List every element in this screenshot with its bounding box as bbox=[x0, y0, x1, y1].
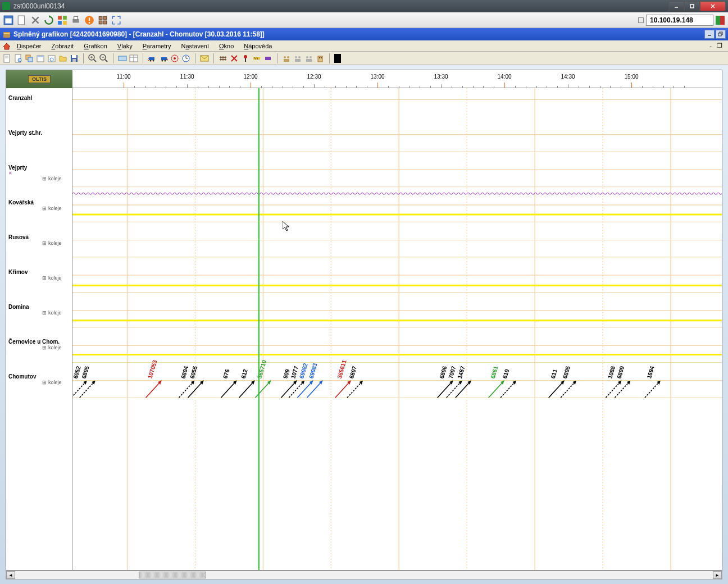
window-icon[interactable] bbox=[3, 15, 13, 25]
koleje-toggle[interactable]: koleje bbox=[42, 345, 62, 350]
menu-parametry[interactable]: Parametry bbox=[138, 42, 176, 51]
menu-napoveda[interactable]: Nápověda bbox=[239, 42, 276, 51]
station-row: Vejprty✕koleje bbox=[8, 165, 62, 181]
table-icon[interactable] bbox=[129, 54, 138, 63]
scroll-right-button[interactable]: ► bbox=[713, 571, 722, 579]
svg-line-40 bbox=[94, 60, 96, 62]
tools-icon[interactable] bbox=[30, 15, 40, 25]
maximize-button[interactable] bbox=[684, 1, 700, 11]
mdi-minimize-button[interactable]: - bbox=[707, 42, 715, 50]
koleje-toggle[interactable]: koleje bbox=[42, 275, 62, 281]
minimize-button[interactable] bbox=[668, 1, 684, 11]
crossing-icon[interactable] bbox=[230, 54, 239, 63]
station-name: Chomutov bbox=[8, 373, 62, 380]
svg-rect-9 bbox=[58, 21, 62, 25]
horizontal-scrollbar[interactable]: ◄ ► bbox=[6, 571, 722, 580]
menu-grafikon[interactable]: Grafikon bbox=[79, 42, 112, 51]
print-icon[interactable] bbox=[71, 15, 81, 25]
koleje-toggle[interactable]: koleje bbox=[42, 240, 62, 246]
svg-rect-24 bbox=[718, 33, 721, 36]
doc2-icon[interactable] bbox=[13, 54, 22, 63]
window-titlebar: zst0000unl00134 bbox=[0, 0, 728, 12]
grid-icon[interactable] bbox=[98, 15, 108, 25]
svg-rect-17 bbox=[103, 16, 107, 20]
history-icon[interactable] bbox=[47, 54, 56, 63]
group3-icon[interactable] bbox=[304, 54, 313, 63]
zoom-out-icon[interactable] bbox=[99, 54, 108, 63]
group1-icon[interactable] bbox=[282, 54, 291, 63]
windows-icon[interactable] bbox=[57, 15, 67, 25]
svg-rect-5 bbox=[5, 18, 11, 23]
svg-point-57 bbox=[174, 57, 176, 60]
menu-nastaveni[interactable]: Nastavení bbox=[176, 42, 213, 51]
ip-field[interactable] bbox=[646, 15, 713, 26]
window-controls bbox=[668, 1, 726, 11]
card-icon[interactable] bbox=[118, 54, 127, 63]
signal-icon[interactable] bbox=[241, 54, 250, 63]
clock-icon[interactable] bbox=[181, 54, 190, 63]
doc-minimize-button[interactable] bbox=[704, 30, 715, 39]
svg-point-55 bbox=[165, 60, 166, 61]
time-label: 12:00 bbox=[243, 74, 257, 80]
svg-rect-7 bbox=[58, 16, 62, 20]
alert-icon[interactable] bbox=[84, 15, 94, 25]
station-name: Domina bbox=[8, 304, 62, 310]
calendar-icon[interactable] bbox=[36, 54, 45, 63]
svg-text:69083: 69083 bbox=[308, 362, 319, 379]
scroll-thumb[interactable] bbox=[139, 572, 206, 578]
shunting-icon[interactable] bbox=[263, 54, 272, 63]
svg-text:610: 610 bbox=[502, 368, 511, 379]
menu-okno[interactable]: Okno bbox=[215, 42, 238, 51]
mail-icon[interactable] bbox=[200, 54, 209, 63]
mdi-restore-button[interactable]: ❐ bbox=[716, 42, 724, 50]
menu-dispatcher[interactable]: Dispečer bbox=[12, 42, 46, 51]
svg-point-54 bbox=[162, 60, 163, 61]
svg-rect-15 bbox=[89, 22, 90, 23]
svg-rect-74 bbox=[265, 57, 271, 60]
menu-zobrazit[interactable]: Zobrazit bbox=[47, 42, 78, 51]
refresh-icon[interactable] bbox=[44, 15, 54, 25]
zoom-in-icon[interactable] bbox=[88, 54, 97, 63]
chart-canvas[interactable]: 6052680510705368046055676612365710909107… bbox=[72, 88, 722, 570]
koleje-toggle[interactable]: koleje bbox=[42, 310, 62, 316]
svg-point-78 bbox=[295, 56, 297, 58]
new-icon[interactable] bbox=[17, 15, 27, 25]
doc1-icon[interactable] bbox=[2, 54, 11, 63]
svg-rect-6 bbox=[18, 16, 24, 25]
barrier-icon[interactable] bbox=[252, 54, 261, 63]
train-left-icon[interactable] bbox=[148, 54, 157, 63]
svg-text:69082: 69082 bbox=[298, 362, 309, 379]
koleje-toggle[interactable]: koleje bbox=[42, 176, 62, 181]
overlap-icon[interactable] bbox=[25, 54, 34, 63]
folder-icon[interactable] bbox=[58, 54, 67, 63]
close-button[interactable] bbox=[700, 1, 726, 11]
svg-rect-33 bbox=[37, 56, 44, 57]
time-label: 13:30 bbox=[434, 74, 448, 80]
koleje-toggle[interactable]: koleje bbox=[42, 380, 62, 385]
svg-text:6807: 6807 bbox=[348, 366, 358, 380]
save-icon[interactable] bbox=[70, 54, 79, 63]
svg-point-82 bbox=[310, 56, 312, 58]
station-name: Vejprty bbox=[8, 165, 62, 171]
scroll-track[interactable] bbox=[15, 571, 713, 579]
svg-point-79 bbox=[298, 56, 301, 58]
menu-vlaky[interactable]: Vlaky bbox=[113, 42, 137, 51]
koleje-toggle[interactable]: koleje bbox=[42, 206, 62, 211]
station-icon[interactable] bbox=[316, 54, 325, 63]
window-title: zst0000unl00134 bbox=[13, 2, 65, 10]
svg-rect-46 bbox=[119, 56, 126, 61]
track1-icon[interactable] bbox=[219, 54, 228, 63]
fullscreen-icon[interactable] bbox=[111, 15, 121, 25]
scroll-left-button[interactable]: ◄ bbox=[6, 571, 15, 579]
doc-restore-button[interactable] bbox=[716, 30, 726, 39]
svg-rect-50 bbox=[149, 57, 154, 60]
black-marker-icon[interactable] bbox=[334, 54, 341, 63]
home-icon[interactable] bbox=[2, 42, 11, 50]
svg-rect-18 bbox=[99, 21, 102, 24]
svg-rect-8 bbox=[63, 16, 67, 20]
group2-icon[interactable] bbox=[293, 54, 302, 63]
ip-square bbox=[638, 17, 644, 23]
target-icon[interactable] bbox=[170, 54, 179, 63]
train-right-icon[interactable] bbox=[159, 54, 168, 63]
svg-rect-20 bbox=[3, 32, 10, 38]
